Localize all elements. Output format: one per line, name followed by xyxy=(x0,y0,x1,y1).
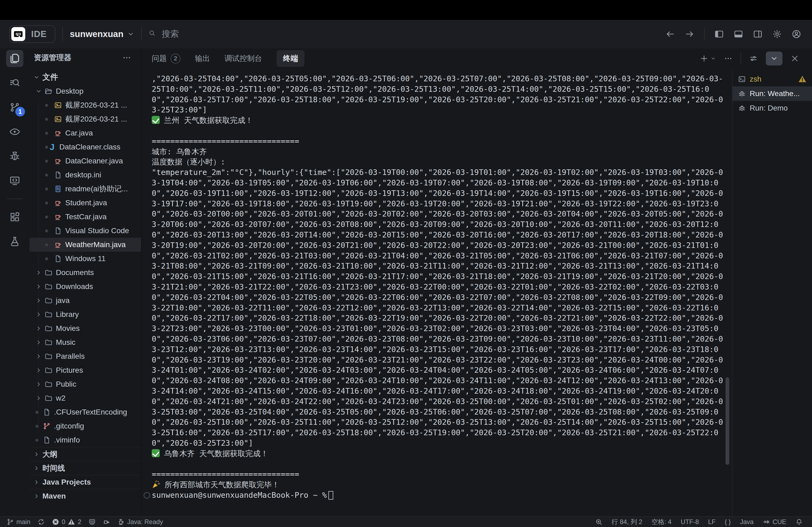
panel-actions-divider xyxy=(741,52,741,64)
tab-problems[interactable]: 问题 2 xyxy=(152,54,180,64)
tree-section-maven[interactable]: Maven xyxy=(30,489,141,503)
maximize-panel-button[interactable] xyxy=(766,51,782,65)
folder-icon xyxy=(45,269,53,277)
terminal-icon xyxy=(738,75,746,83)
cue-button[interactable]: CUE xyxy=(763,518,786,526)
modified-dot-icon xyxy=(45,118,48,121)
status-bar: main 0 2 Java: Ready 行 84, 列 2 空格: 4 UTF… xyxy=(0,516,812,527)
folder-row[interactable]: Pictures xyxy=(30,363,141,377)
indentation-indicator[interactable]: 空格: 4 xyxy=(651,517,671,526)
brackets-indicator[interactable]: { } xyxy=(725,518,731,526)
terminal-cursor xyxy=(329,491,333,500)
tab-terminal[interactable]: 终端 xyxy=(277,50,305,67)
chevron-right-icon xyxy=(35,269,42,276)
toggle-sidebar-icon[interactable] xyxy=(714,29,724,39)
tree-section-files[interactable]: 文件 xyxy=(30,70,141,84)
account-icon[interactable] xyxy=(792,29,801,39)
sync-button[interactable] xyxy=(37,518,45,526)
terminal-profile-chevron-icon[interactable] xyxy=(710,56,716,61)
eol-indicator[interactable]: LF xyxy=(708,518,715,526)
activity-explorer[interactable] xyxy=(6,50,23,67)
close-panel-icon[interactable] xyxy=(791,54,799,63)
modified-dot-icon xyxy=(45,243,48,246)
folder-row[interactable]: Public xyxy=(30,377,141,391)
back-icon[interactable] xyxy=(665,29,675,39)
activity-extensions[interactable] xyxy=(6,209,23,226)
java-status[interactable]: Java: Ready xyxy=(117,518,163,526)
activity-remote[interactable] xyxy=(6,172,23,189)
problems-status[interactable]: 0 2 xyxy=(52,518,81,526)
sidebar-more-button[interactable] xyxy=(122,53,131,62)
ellipsis-icon[interactable] xyxy=(724,54,733,63)
activity-debug[interactable] xyxy=(6,148,23,165)
tree-section-outline[interactable]: 大纲 xyxy=(30,447,141,461)
chevron-down-icon xyxy=(770,55,778,62)
file-row-selected[interactable]: WeatherMain.java xyxy=(30,238,141,252)
notifications-button[interactable] xyxy=(795,518,803,526)
terminal-list-item-run-weather[interactable]: Run: Weathe... xyxy=(733,86,812,101)
file-row[interactable]: Visual Studio Code xyxy=(30,224,141,238)
tab-debug-console[interactable]: 调试控制台 xyxy=(224,54,262,64)
file-row[interactable]: .viminfo xyxy=(30,433,141,447)
encoding-indicator[interactable]: UTF-8 xyxy=(681,518,699,526)
zoom-indicator[interactable] xyxy=(595,518,603,526)
error-icon xyxy=(52,518,59,526)
file-row[interactable]: .gitconfig xyxy=(30,419,141,433)
terminal-list-item-zsh[interactable]: zsh xyxy=(733,72,812,86)
folder-row[interactable]: w2 xyxy=(30,391,141,405)
sidebar-header: 资源管理器 xyxy=(30,48,141,67)
folder-icon xyxy=(45,366,53,374)
file-row[interactable]: Windows 11 xyxy=(30,252,141,266)
file-row[interactable]: JDataCleaner.class xyxy=(30,140,141,154)
bug-icon xyxy=(9,151,20,162)
tab-output[interactable]: 输出 xyxy=(195,54,210,64)
git-branch-icon xyxy=(6,518,14,526)
file-row[interactable]: 截屏2026-03-21 ... xyxy=(30,98,141,112)
file-row[interactable]: Car.java xyxy=(30,126,141,140)
file-row[interactable]: 截屏2026-03-21 ... xyxy=(30,112,141,126)
tree-section-timeline[interactable]: 时间线 xyxy=(30,461,141,475)
toggle-secondary-sidebar-icon[interactable] xyxy=(753,29,763,39)
folder-row[interactable]: Music xyxy=(30,335,141,349)
file-row[interactable]: TestCar.java xyxy=(30,210,141,224)
folder-row[interactable]: java xyxy=(30,293,141,307)
workspace-switcher[interactable]: sunwenxuan xyxy=(70,29,134,39)
tree-section-java-projects[interactable]: Java Projects xyxy=(30,475,141,489)
terminal-output[interactable]: ,"2026-03-25T04:00","2026-03-25T05:00","… xyxy=(152,74,724,501)
folder-row[interactable]: Documents xyxy=(30,266,141,280)
file-row[interactable]: readme(ai协助记... xyxy=(30,182,141,196)
cursor-position[interactable]: 行 84, 列 2 xyxy=(612,517,642,526)
activity-testing[interactable] xyxy=(6,233,23,250)
folder-row[interactable]: Parallels xyxy=(30,349,141,363)
modified-dot-icon xyxy=(45,132,48,135)
scm-badge: 1 xyxy=(15,107,25,117)
folder-row-desktop[interactable]: Desktop xyxy=(30,84,141,98)
global-search[interactable]: 搜索 xyxy=(149,28,179,40)
sliders-icon[interactable] xyxy=(749,54,758,63)
folder-row[interactable]: Movies xyxy=(30,321,141,335)
activity-preview[interactable] xyxy=(6,123,23,140)
forward-icon[interactable] xyxy=(685,29,694,39)
folder-row[interactable]: Library xyxy=(30,307,141,321)
toggle-panel-icon[interactable] xyxy=(734,29,743,39)
branch-status[interactable]: main xyxy=(6,518,30,526)
file-row[interactable]: DataCleaner.java xyxy=(30,154,141,168)
new-terminal-icon[interactable] xyxy=(700,54,708,63)
app-logo-button[interactable]: IDE xyxy=(9,25,55,43)
gear-icon[interactable] xyxy=(772,29,782,39)
activity-search[interactable] xyxy=(6,74,23,91)
file-row[interactable]: desktop.ini xyxy=(30,168,141,182)
modified-dot-icon xyxy=(45,174,48,177)
ellipsis-icon xyxy=(122,53,131,62)
terminal-scrollbar[interactable] xyxy=(726,377,729,465)
file-row[interactable]: Student.java xyxy=(30,196,141,210)
terminal-output-line: ================================ xyxy=(152,469,724,480)
debug-button[interactable] xyxy=(103,518,110,526)
folder-row[interactable]: Downloads xyxy=(30,280,141,293)
ports-button[interactable] xyxy=(88,518,96,526)
language-indicator[interactable]: Java xyxy=(740,518,754,526)
terminal-list-item-run-demo[interactable]: Run: Demo xyxy=(733,101,812,115)
panel-actions xyxy=(700,48,799,69)
activity-source-control[interactable]: 1 xyxy=(6,99,23,116)
file-row[interactable]: .CFUserTextEncoding xyxy=(30,405,141,419)
